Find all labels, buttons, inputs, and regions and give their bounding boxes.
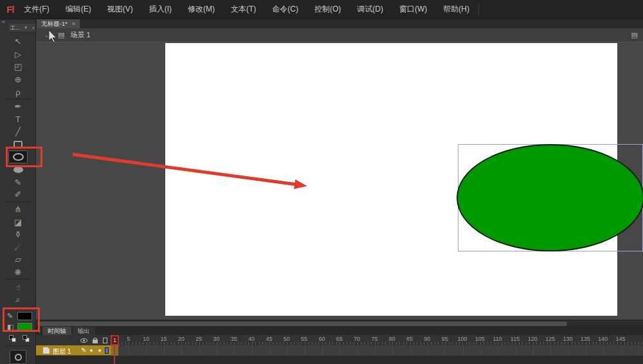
layer-row[interactable]: 图层 1 ✎ (36, 345, 111, 356)
timeline-collapse-icon[interactable]: ◂ (37, 328, 40, 334)
playhead-line[interactable] (114, 345, 115, 364)
document-tab[interactable]: 无标题-1* × (37, 19, 80, 28)
fill-color-row: ◧ (0, 322, 36, 332)
timeline-tab-bar: ◂ 时间轴 输出 (36, 326, 643, 335)
hand-tool[interactable]: ☝ (0, 280, 36, 293)
layer-outline-color-swatch[interactable] (105, 347, 109, 354)
menu-item-9[interactable]: 窗口(W) (399, 4, 427, 15)
horizontal-scrollbar-thumb[interactable] (37, 322, 567, 326)
eraser-tool[interactable]: ▱ (0, 253, 36, 266)
menu-item-0[interactable]: 文件(F) (24, 4, 49, 15)
oval-tool-icon (13, 153, 24, 161)
brush-tool-icon: ✐ (15, 190, 22, 199)
horizontal-scrollbar (36, 320, 643, 326)
stroke-color-swatch[interactable] (17, 312, 32, 320)
lasso-tool[interactable]: ρ (0, 86, 36, 98)
oval-tool[interactable] (8, 150, 28, 163)
frame-label-80: 80 (389, 336, 395, 342)
collapse-panels-icon[interactable]: « (2, 19, 5, 25)
pencil-tool-icon: ✎ (15, 178, 22, 187)
selection-tool[interactable]: ↖ (0, 35, 36, 48)
rotation-3d-tool[interactable]: ⊕ (0, 73, 36, 86)
back-arrow-icon[interactable]: ← (44, 31, 52, 39)
layer-frames-track[interactable] (111, 345, 643, 356)
swap-colors-button[interactable] (23, 335, 30, 342)
frame-label-30: 30 (213, 336, 219, 342)
frame-label-115: 115 (511, 336, 520, 342)
pencil-tool[interactable]: ✎ (0, 176, 36, 189)
rotation-3d-tool-icon: ⊕ (15, 75, 22, 84)
frame-label-5: 5 (127, 336, 130, 342)
tab-timeline[interactable]: 时间轴 (42, 327, 71, 335)
outline-icon[interactable] (103, 338, 107, 343)
free-transform-tool[interactable]: ◰ (0, 60, 36, 73)
tab-close-icon[interactable]: × (72, 21, 75, 27)
lock-icon[interactable] (93, 340, 98, 343)
layer-page-icon (43, 347, 50, 354)
green-ellipse-shape[interactable] (457, 144, 643, 251)
frame-label-65: 65 (336, 336, 343, 342)
frame-label-45: 45 (266, 336, 272, 342)
eraser-tool-icon: ▱ (15, 255, 21, 264)
layer-name[interactable]: 图层 1 (53, 347, 71, 356)
eyedropper-tool[interactable]: ☄ (0, 241, 36, 254)
show-hide-icon[interactable] (80, 338, 87, 343)
frame-label-75: 75 (371, 336, 377, 342)
menu-item-8[interactable]: 调试(D) (357, 4, 383, 15)
document-title: 无标题-1* (41, 20, 68, 28)
oval-primitive-tool[interactable] (0, 163, 36, 176)
free-transform-tool-icon: ◰ (14, 62, 22, 71)
default-colors-button[interactable] (9, 335, 16, 342)
tools-divider (5, 279, 31, 280)
menu-item-5[interactable]: 文本(T) (231, 4, 256, 15)
text-tool[interactable]: T (0, 113, 36, 126)
ink-bottle-tool[interactable]: ⚱ (0, 228, 36, 241)
frame-label-130: 130 (563, 336, 572, 342)
frame-label-135: 135 (581, 336, 590, 342)
paint-bucket-tool[interactable]: ◪ (0, 215, 36, 228)
menu-item-4[interactable]: 修改(M) (188, 4, 215, 15)
menu-item-10[interactable]: 帮助(H) (443, 4, 469, 15)
bone-tool[interactable]: ⋔ (0, 203, 36, 216)
frame-label-60: 60 (318, 336, 325, 342)
frame-ruler[interactable]: 5101520253035404550556065707580859095100… (111, 335, 643, 345)
brush-tool[interactable]: ✐ (0, 188, 36, 201)
selection-tool-icon: ↖ (15, 37, 22, 46)
frame-label-145: 145 (615, 336, 625, 342)
pen-tool[interactable]: ✒ (0, 100, 36, 113)
line-tool-icon: ╱ (15, 127, 21, 136)
edit-scene-button[interactable]: ▤ (631, 31, 638, 39)
frame-label-100: 100 (458, 336, 467, 342)
menu-item-6[interactable]: 命令(C) (272, 4, 298, 15)
fill-color-swatch[interactable] (17, 323, 32, 331)
menu-item-3[interactable]: 插入(I) (149, 4, 172, 15)
color-options-row (0, 332, 36, 342)
color-controls: ✎ ◧ (0, 311, 36, 364)
zoom-tool[interactable]: ⌕ (0, 293, 36, 306)
menu-item-1[interactable]: 编辑(E) (66, 4, 91, 15)
frame-label-55: 55 (301, 336, 307, 342)
menu-item-7[interactable]: 控制(O) (314, 4, 341, 15)
tools-panel-tab[interactable]: 工... ▾ ≡ (9, 24, 36, 32)
stage[interactable] (165, 43, 617, 316)
frame-label-110: 110 (493, 336, 502, 342)
rectangle-tool[interactable] (0, 138, 36, 151)
panel-menu-icon[interactable]: ≡ (32, 26, 35, 30)
object-drawing-toggle[interactable] (10, 350, 26, 364)
layer-visibility-dot[interactable] (90, 349, 93, 352)
layer-lock-dot[interactable] (98, 349, 101, 352)
tools-panel-label: 工... (10, 24, 20, 32)
menu-separator (478, 4, 479, 15)
eyedropper-tool-icon: ☄ (14, 243, 22, 251)
frame-label-70: 70 (354, 336, 360, 342)
line-tool[interactable]: ╱ (0, 125, 36, 138)
tools-divider (5, 202, 31, 203)
pasteboard (36, 42, 643, 320)
timeline-panel: ◂ 时间轴 输出 5101520253035404550556065707580… (36, 326, 643, 364)
tab-output[interactable]: 输出 (73, 327, 95, 335)
frame-label-20: 20 (178, 336, 185, 342)
deco-tool[interactable]: ❋ (0, 266, 36, 279)
subselection-tool[interactable]: ▷ (0, 48, 36, 61)
menu-item-2[interactable]: 视图(V) (107, 4, 133, 15)
playhead-frame-marker[interactable]: 1 (111, 335, 119, 345)
